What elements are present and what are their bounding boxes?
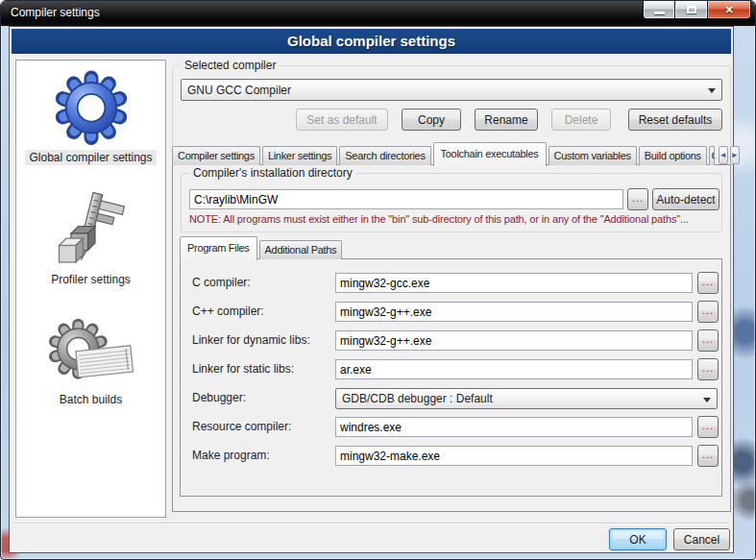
toolchain-panel: Compiler's installation directory ... Au… [172,164,731,512]
tab-other-settings-clipped[interactable]: Other settings [709,146,715,165]
static-linker-label: Linker for static libs: [192,362,332,376]
cpp-compiler-label: C++ compiler: [192,304,332,318]
sidebar-item-label: Profiler settings [47,272,134,287]
maximize-icon [687,6,696,13]
tab-linker-settings[interactable]: Linker settings [262,146,337,165]
chevron-down-icon [708,88,716,97]
tab-build-options[interactable]: Build options [639,146,707,165]
debugger-label: Debugger: [192,391,332,404]
chevron-down-icon [703,398,711,406]
c-compiler-label: C compiler: [192,276,332,289]
tab-program-files[interactable]: Program Files [180,236,257,260]
form-row-resource-compiler: Resource compiler: ... [181,417,721,440]
form-row-c-compiler: C compiler: ... [181,273,721,296]
rename-button[interactable]: Rename [475,109,538,131]
cpp-compiler-browse-button[interactable]: ... [697,301,719,323]
sidebar-item-label: Global compiler settings [25,150,156,165]
cpp-compiler-input[interactable] [335,302,693,322]
program-tabs: Program Files Additional Paths [180,237,344,259]
debugger-select[interactable]: GDB/CDB debugger : Default [335,388,718,409]
tab-additional-paths[interactable]: Additional Paths [259,240,343,259]
maximize-button[interactable] [675,1,708,19]
sidebar-item-batch-builds[interactable]: Batch builds [47,318,135,407]
static-linker-input[interactable] [335,359,693,379]
window-title: Compiler settings [11,1,100,25]
debugger-select-value: GDB/CDB debugger : Default [342,392,493,405]
form-row-dynamic-linker: Linker for dynamic libs: ... [181,330,721,353]
installation-directory-browse-button[interactable]: ... [627,188,648,210]
caption-buttons: ✕ [643,1,751,19]
blue-gear-icon [53,68,130,145]
resource-compiler-input[interactable] [335,417,693,437]
page-title: Global compiler settings [12,29,731,54]
resource-compiler-label: Resource compiler: [192,420,332,433]
ok-button[interactable]: OK [609,528,667,550]
close-icon: ✕ [724,4,733,16]
compiler-select-value: GNU GCC Compiler [187,84,291,97]
auto-detect-button[interactable]: Auto-detect [652,188,719,210]
make-program-browse-button[interactable]: ... [697,445,719,467]
tab-search-directories[interactable]: Search directories [339,146,430,165]
footer-divider [13,523,729,524]
program-files-panel: C compiler: ... C++ compiler: ... Linker… [180,258,722,497]
resource-compiler-browse-button[interactable]: ... [697,416,719,438]
tab-scroll-left-button[interactable]: ◄ [719,146,728,164]
tab-scroll-right-button[interactable]: ► [730,146,740,164]
dialog-body: Global compiler settings [9,26,734,553]
minimize-icon [654,12,665,14]
arrow-left-icon: ◄ [719,152,727,159]
tab-custom-variables[interactable]: Custom variables [549,146,637,165]
set-as-default-button[interactable]: Set as default [296,109,388,131]
dynamic-linker-browse-button[interactable]: ... [697,329,719,352]
form-row-debugger: Debugger: GDB/CDB debugger : Default [181,388,721,411]
copy-button[interactable]: Copy [402,109,461,131]
delete-button[interactable]: Delete [551,109,611,131]
sidebar-item-profiler-settings[interactable]: Profiler settings [47,190,134,287]
cancel-button[interactable]: Cancel [673,528,730,550]
caliper-icon [56,190,125,267]
make-program-input[interactable] [335,446,693,466]
selected-compiler-legend: Selected compiler [181,59,280,72]
minimize-button[interactable] [643,1,675,19]
close-button[interactable]: ✕ [708,1,751,19]
installation-directory-group: Compiler's installation directory ... Au… [181,173,722,232]
c-compiler-browse-button[interactable]: ... [697,272,719,294]
form-row-make-program: Make program: ... [181,446,721,469]
reset-defaults-button[interactable]: Reset defaults [628,109,722,131]
sidebar-item-label: Batch builds [56,392,126,407]
make-program-label: Make program: [192,449,332,462]
sidebar-item-global-compiler-settings[interactable]: Global compiler settings [25,68,156,165]
dynamic-linker-input[interactable] [335,330,693,351]
form-row-cpp-compiler: C++ compiler: ... [181,302,721,325]
bin-subdirectory-note: NOTE: All programs must exist either in … [189,213,718,225]
settings-category-list: Global compiler settings [15,60,166,518]
compiler-select[interactable]: GNU GCC Compiler [181,79,722,101]
gray-gear-papers-icon [47,318,135,387]
tab-compiler-settings[interactable]: Compiler settings [172,146,260,165]
compiler-settings-window: Compiler settings ✕ Global compiler sett… [0,0,756,560]
dynamic-linker-label: Linker for dynamic libs: [192,333,332,347]
c-compiler-input[interactable] [335,273,693,293]
compiler-tabs: Compiler settings Linker settings Search… [172,141,731,165]
form-row-static-linker: Linker for static libs: ... [181,359,721,382]
tab-toolchain-executables[interactable]: Toolchain executables [433,142,547,166]
installation-directory-legend: Compiler's installation directory [189,166,356,180]
compiler-actions: Set as default Copy Rename Delete Reset … [296,109,722,131]
installation-directory-input[interactable] [189,189,623,209]
static-linker-browse-button[interactable]: ... [697,358,719,380]
arrow-right-icon: ► [731,152,739,159]
